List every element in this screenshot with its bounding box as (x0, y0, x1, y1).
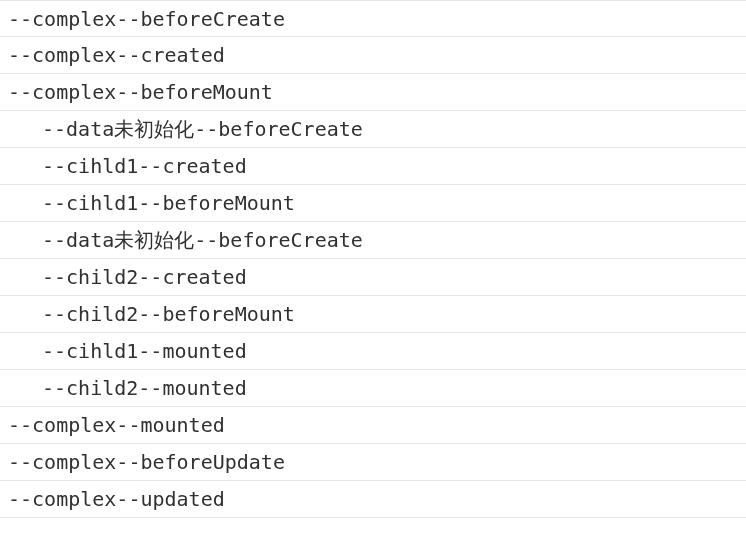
log-row: --data未初始化--beforeCreate (0, 111, 746, 148)
log-text: --complex--created (8, 43, 225, 67)
log-row: --cihld1--mounted (0, 333, 746, 370)
log-row: --complex--updated (0, 481, 746, 518)
log-row: --cihld1--beforeMount (0, 185, 746, 222)
log-text: --child2--mounted (42, 376, 247, 400)
log-text: --cihld1--beforeMount (42, 191, 295, 215)
log-row: --complex--created (0, 37, 746, 74)
log-row: --complex--beforeCreate (0, 0, 746, 37)
log-row: --complex--beforeUpdate (0, 444, 746, 481)
log-text: --child2--created (42, 265, 247, 289)
log-text: --complex--beforeCreate (8, 7, 285, 31)
console-log-list: --complex--beforeCreate --complex--creat… (0, 0, 746, 518)
log-text: --cihld1--created (42, 154, 247, 178)
log-text: --data未初始化--beforeCreate (42, 116, 363, 143)
log-row: --complex--mounted (0, 407, 746, 444)
log-row: --child2--mounted (0, 370, 746, 407)
log-text: --complex--mounted (8, 413, 225, 437)
log-text: --complex--beforeMount (8, 80, 273, 104)
log-row: --child2--beforeMount (0, 296, 746, 333)
log-row: --child2--created (0, 259, 746, 296)
log-text: --cihld1--mounted (42, 339, 247, 363)
log-text: --data未初始化--beforeCreate (42, 227, 363, 254)
log-row: --data未初始化--beforeCreate (0, 222, 746, 259)
log-row: --complex--beforeMount (0, 74, 746, 111)
log-row: --cihld1--created (0, 148, 746, 185)
log-text: --complex--beforeUpdate (8, 450, 285, 474)
log-text: --child2--beforeMount (42, 302, 295, 326)
log-text: --complex--updated (8, 487, 225, 511)
